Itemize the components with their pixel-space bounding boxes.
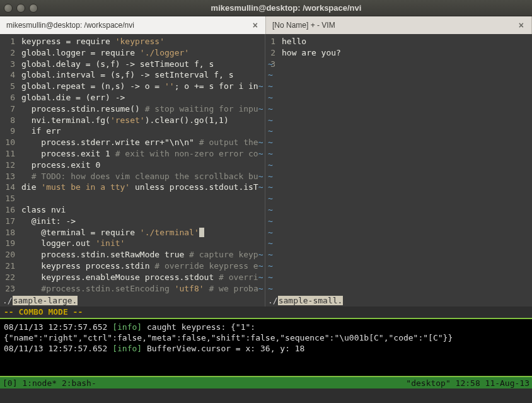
tmux-clock: "desktop" 12:58 11-Aug-13 (406, 378, 529, 388)
tmux-status-bar[interactable]: [0] 1:node* 2:bash- "desktop" 12:58 11-A… (0, 377, 532, 388)
tab-label: [No Name] + - VIM (272, 21, 518, 30)
close-tab-icon[interactable]: × (518, 20, 525, 30)
tab-vim[interactable]: [No Name] + - VIM × (266, 16, 532, 34)
editor-area: 1 2 3 4 5 6 7 8 9 10 11 12 13 14 15 16 1… (0, 34, 532, 307)
window-titlebar: mikesmullin@desktop: /workspace/nvi (0, 0, 532, 16)
window-buttons (4, 4, 38, 13)
pane-status-right: ./sample-small. (265, 295, 532, 307)
tab-label: mikesmullin@desktop: /workspace/nvi (6, 21, 252, 30)
status-path-prefix: ./ (3, 296, 13, 305)
close-window-icon[interactable] (4, 4, 13, 13)
minimize-window-icon[interactable] (16, 4, 25, 13)
status-filename: sample-small. (278, 296, 344, 305)
tmux-windows[interactable]: [0] 1:node* 2:bash- (3, 378, 406, 388)
right-pane: 1 2 3 hello how are you? ~ ~ ~ ~ ~ ~ ~ ~… (265, 34, 532, 307)
status-path-prefix: ./ (268, 296, 278, 305)
close-tab-icon[interactable]: × (252, 20, 259, 30)
mode-line: -- COMBO MODE -- (0, 307, 532, 318)
tab-bar: mikesmullin@desktop: /workspace/nvi × [N… (0, 16, 532, 34)
log-output[interactable]: 08/11/13 12:57:57.652 [info] caught keyp… (0, 319, 532, 376)
left-pane: 1 2 3 4 5 6 7 8 9 10 11 12 13 14 15 16 1… (0, 34, 265, 307)
code-content[interactable]: keypress = require 'keypress' global.log… (19, 34, 265, 295)
text-cursor (199, 228, 204, 237)
maximize-window-icon[interactable] (29, 4, 38, 13)
line-gutter: 1 2 3 4 5 6 7 8 9 10 11 12 13 14 15 16 1… (0, 34, 19, 295)
window-title: mikesmullin@desktop: /workspace/nvi (44, 3, 528, 13)
code-content[interactable]: hello how are you? (279, 34, 532, 295)
tab-terminal[interactable]: mikesmullin@desktop: /workspace/nvi × (0, 16, 266, 34)
status-filename: sample-large. (13, 296, 78, 305)
vim-tilde-column: ~ ~ ~ ~ ~ ~ ~ ~ ~ ~ ~ ~ ~ ~ ~ ~ ~ ~ ~ ~ … (265, 36, 277, 294)
pane-status-left: ./sample-large. (0, 295, 265, 307)
